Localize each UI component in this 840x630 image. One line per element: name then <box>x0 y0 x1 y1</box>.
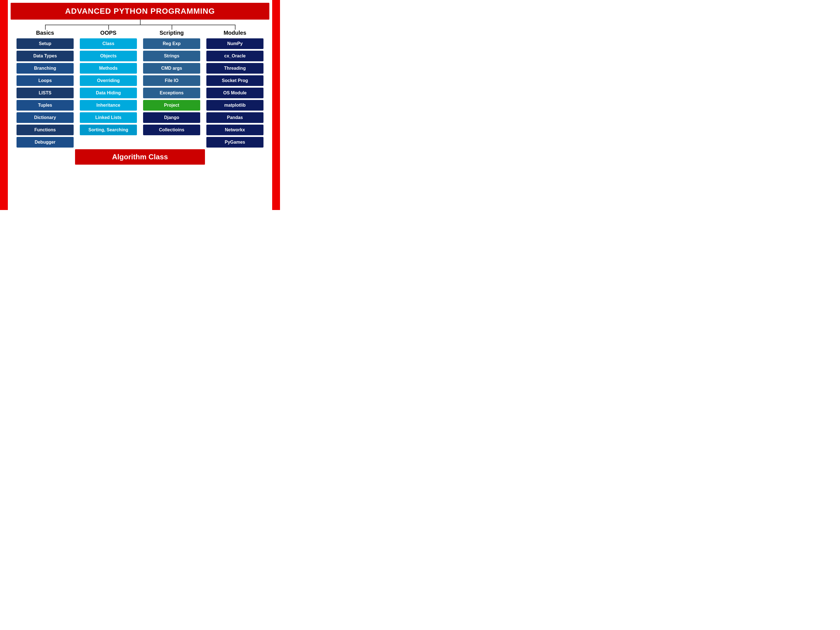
item-modules-2[interactable]: Threading <box>206 63 263 74</box>
item-modules-7[interactable]: Networkx <box>206 125 263 135</box>
item-scripting-2[interactable]: CMD args <box>143 63 200 74</box>
item-scripting-5[interactable]: Project <box>143 100 200 111</box>
column-basics: BasicsSetupData TypesBranchingLoopsLISTS… <box>13 30 77 148</box>
item-oops-7[interactable]: Sorting, Searching <box>80 125 137 135</box>
bar-right <box>272 0 280 210</box>
col-header-basics: Basics <box>36 30 54 36</box>
items-list-basics: SetupData TypesBranchingLoopsLISTSTuples… <box>17 38 73 148</box>
connector-drop-1 <box>13 25 77 30</box>
item-basics-6[interactable]: Dictionary <box>17 112 73 123</box>
connector-drop-4 <box>203 25 267 30</box>
col-header-scripting: Scripting <box>159 30 184 36</box>
item-basics-5[interactable]: Tuples <box>17 100 73 111</box>
items-list-modules: NumPycx_OracleThreadingSocket ProgOS Mod… <box>206 38 263 148</box>
item-basics-4[interactable]: LISTS <box>17 88 73 98</box>
column-modules: ModulesNumPycx_OracleThreadingSocket Pro… <box>203 30 267 148</box>
item-oops-6[interactable]: Linked Lists <box>80 112 137 123</box>
column-oops: OOPSClassObjectsMethodsOverridingData Hi… <box>77 30 140 148</box>
item-scripting-0[interactable]: Reg Exp <box>143 38 200 49</box>
item-oops-0[interactable]: Class <box>80 38 137 49</box>
connector-drop-2 <box>77 25 140 30</box>
item-scripting-4[interactable]: Exceptions <box>143 88 200 98</box>
algo-banner: Algorithm Class <box>75 149 205 165</box>
page-title: ADVANCED PYTHON PROGRAMMING <box>65 7 215 16</box>
item-scripting-6[interactable]: Django <box>143 112 200 123</box>
item-basics-3[interactable]: Loops <box>17 75 73 86</box>
bar-left <box>0 0 8 210</box>
item-basics-8[interactable]: Debugger <box>17 137 73 148</box>
item-oops-5[interactable]: Inheritance <box>80 100 137 111</box>
item-modules-4[interactable]: OS Module <box>206 88 263 98</box>
item-modules-3[interactable]: Socket Prog <box>206 75 263 86</box>
item-modules-0[interactable]: NumPy <box>206 38 263 49</box>
item-oops-1[interactable]: Objects <box>80 51 137 61</box>
item-scripting-3[interactable]: File IO <box>143 75 200 86</box>
items-list-scripting: Reg ExpStringsCMD argsFile IOExceptionsP… <box>143 38 200 135</box>
items-list-oops: ClassObjectsMethodsOverridingData Hiding… <box>80 38 137 135</box>
col-header-oops: OOPS <box>100 30 117 36</box>
item-oops-4[interactable]: Data Hiding <box>80 88 137 98</box>
title-bar: ADVANCED PYTHON PROGRAMMING <box>11 3 269 20</box>
item-oops-3[interactable]: Overriding <box>80 75 137 86</box>
columns-area: BasicsSetupData TypesBranchingLoopsLISTS… <box>13 30 267 148</box>
item-modules-8[interactable]: PyGames <box>206 137 263 148</box>
item-basics-1[interactable]: Data Types <box>17 51 73 61</box>
item-scripting-1[interactable]: Strings <box>143 51 200 61</box>
item-basics-7[interactable]: Functions <box>17 125 73 135</box>
algo-row: Algorithm Class <box>13 149 267 165</box>
item-basics-0[interactable]: Setup <box>17 38 73 49</box>
item-modules-5[interactable]: matplotlib <box>206 100 263 111</box>
item-oops-2[interactable]: Methods <box>80 63 137 74</box>
connector-drop-3 <box>140 25 203 30</box>
item-basics-2[interactable]: Branching <box>17 63 73 74</box>
item-scripting-7[interactable]: Collectioins <box>143 125 200 135</box>
item-modules-6[interactable]: Pandas <box>206 112 263 123</box>
connector-row <box>13 25 267 30</box>
item-modules-1[interactable]: cx_Oracle <box>206 51 263 61</box>
col-header-modules: Modules <box>223 30 246 36</box>
algo-label: Algorithm Class <box>112 153 168 161</box>
column-scripting: ScriptingReg ExpStringsCMD argsFile IOEx… <box>140 30 203 148</box>
